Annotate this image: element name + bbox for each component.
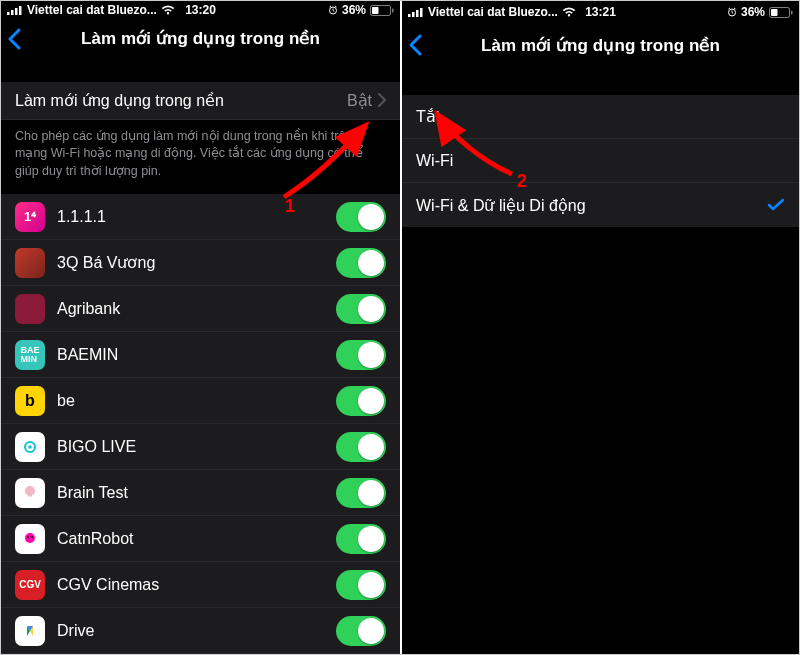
- page-title: Làm mới ứng dụng trong nền: [402, 35, 799, 56]
- wifi-icon: [562, 7, 576, 17]
- app-icon: [15, 432, 45, 462]
- app-icon: 1⁴: [15, 202, 45, 232]
- svg-point-10: [28, 445, 32, 449]
- annotation-label-1: 1: [285, 196, 295, 217]
- row-label: Làm mới ứng dụng trong nền: [15, 91, 347, 110]
- svg-rect-24: [771, 9, 778, 16]
- app-row: CGVCGV Cinemas: [1, 562, 400, 608]
- svg-rect-19: [416, 10, 419, 17]
- app-icon: [15, 524, 45, 554]
- svg-rect-23: [791, 10, 793, 14]
- app-toggle[interactable]: [336, 524, 386, 554]
- battery-label: 36%: [741, 5, 765, 19]
- app-toggle[interactable]: [336, 202, 386, 232]
- row-value: Bật: [347, 91, 372, 110]
- page-title: Làm mới ứng dụng trong nền: [1, 28, 400, 49]
- app-name: CatnRobot: [57, 530, 336, 548]
- app-name: be: [57, 392, 336, 410]
- battery-icon: [370, 5, 394, 16]
- chevron-right-icon: [378, 93, 386, 107]
- app-row: Agribank: [1, 286, 400, 332]
- svg-point-15: [31, 536, 33, 538]
- nav-header: Làm mới ứng dụng trong nền: [1, 20, 400, 58]
- app-icon: [15, 616, 45, 646]
- svg-point-14: [27, 536, 29, 538]
- battery-label: 36%: [342, 3, 366, 17]
- app-toggle[interactable]: [336, 616, 386, 646]
- app-name: Brain Test: [57, 484, 336, 502]
- status-bar: Viettel cai dat Bluezo... 13:21 36%: [402, 1, 799, 23]
- app-toggle[interactable]: [336, 432, 386, 462]
- option-label: Tắt: [416, 107, 785, 126]
- svg-rect-1: [11, 10, 14, 15]
- svg-rect-17: [408, 14, 411, 17]
- app-name: Drive: [57, 622, 336, 640]
- clock-label: 13:21: [585, 5, 616, 19]
- app-row: BAE MINBAEMIN: [1, 332, 400, 378]
- back-button[interactable]: [7, 17, 37, 61]
- apps-list: 1⁴1.1.1.13Q Bá VươngAgribankBAE MINBAEMI…: [1, 194, 400, 654]
- option-row[interactable]: Wi-Fi & Dữ liệu Di động: [402, 183, 799, 227]
- svg-rect-18: [412, 12, 415, 17]
- phone-right: Viettel cai dat Bluezo... 13:21 36% Làm …: [400, 1, 799, 654]
- app-row: Drive: [1, 608, 400, 654]
- app-icon: BAE MIN: [15, 340, 45, 370]
- app-toggle[interactable]: [336, 570, 386, 600]
- svg-rect-20: [420, 8, 423, 17]
- app-row: bbe: [1, 378, 400, 424]
- wifi-icon: [161, 5, 175, 15]
- svg-rect-7: [372, 7, 379, 14]
- svg-rect-6: [392, 8, 394, 12]
- app-icon: [15, 478, 45, 508]
- back-button[interactable]: [408, 23, 438, 67]
- option-row[interactable]: Tắt: [402, 95, 799, 139]
- option-label: Wi-Fi: [416, 152, 785, 170]
- app-name: Agribank: [57, 300, 336, 318]
- app-name: 3Q Bá Vương: [57, 253, 336, 272]
- chevron-left-icon: [7, 28, 21, 50]
- annotation-label-2: 2: [517, 171, 527, 192]
- phone-left: Viettel cai dat Bluezo... 13:20 36% Làm …: [1, 1, 400, 654]
- options-list: TắtWi-FiWi-Fi & Dữ liệu Di động: [402, 95, 799, 227]
- carrier-label: Viettel cai dat Bluezo...: [428, 5, 558, 19]
- app-toggle[interactable]: [336, 294, 386, 324]
- carrier-label: Viettel cai dat Bluezo...: [27, 3, 157, 17]
- signal-icon: [7, 5, 23, 15]
- app-toggle[interactable]: [336, 386, 386, 416]
- svg-rect-2: [15, 8, 18, 15]
- app-toggle[interactable]: [336, 248, 386, 278]
- option-row[interactable]: Wi-Fi: [402, 139, 799, 183]
- svg-point-13: [25, 533, 35, 543]
- battery-icon: [769, 7, 793, 18]
- chevron-left-icon: [408, 34, 422, 56]
- svg-rect-0: [7, 12, 10, 15]
- app-name: CGV Cinemas: [57, 576, 336, 594]
- app-row: Brain Test: [1, 470, 400, 516]
- app-icon: b: [15, 386, 45, 416]
- alarm-icon: [328, 5, 338, 15]
- option-label: Wi-Fi & Dữ liệu Di động: [416, 196, 767, 215]
- app-icon: CGV: [15, 570, 45, 600]
- app-toggle[interactable]: [336, 478, 386, 508]
- background-refresh-row[interactable]: Làm mới ứng dụng trong nền Bật: [1, 82, 400, 120]
- app-row: CatnRobot: [1, 516, 400, 562]
- app-toggle[interactable]: [336, 340, 386, 370]
- app-row: BIGO LIVE: [1, 424, 400, 470]
- status-bar: Viettel cai dat Bluezo... 13:20 36%: [1, 1, 400, 20]
- app-row: 1⁴1.1.1.1: [1, 194, 400, 240]
- alarm-icon: [727, 7, 737, 17]
- app-icon: [15, 248, 45, 278]
- app-icon: [15, 294, 45, 324]
- app-name: BIGO LIVE: [57, 438, 336, 456]
- app-name: BAEMIN: [57, 346, 336, 364]
- clock-label: 13:20: [185, 3, 216, 17]
- section-footer: Cho phép các ứng dụng làm mới nội dung t…: [1, 120, 400, 195]
- app-row: 3Q Bá Vương: [1, 240, 400, 286]
- svg-rect-3: [19, 6, 22, 15]
- check-icon: [767, 198, 785, 212]
- nav-header: Làm mới ứng dụng trong nền: [402, 23, 799, 67]
- signal-icon: [408, 7, 424, 17]
